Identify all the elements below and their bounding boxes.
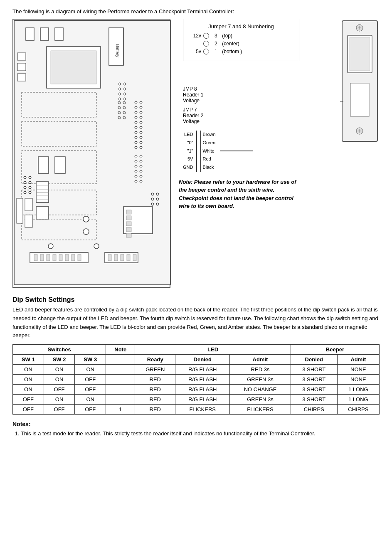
wire-colors: Brown Green White Red Black [200, 131, 215, 172]
pin-circle-1 [203, 49, 209, 54]
svg-rect-80 [126, 227, 131, 232]
table-row: ONOFFOFFREDR/G FLASHNO CHANGE3 SHORT1 LO… [13, 385, 380, 395]
jumper-title: Jumper 7 and 8 Numbering [190, 23, 293, 30]
table-cell: OFF [44, 385, 75, 395]
board-svg: Battery [13, 20, 171, 286]
svg-rect-62 [34, 254, 37, 261]
svg-rect-7 [51, 51, 96, 84]
table-cell: 1 LONG [337, 385, 379, 395]
table-cell: ON [44, 395, 75, 405]
note-box: Note: Please refer to your hardware for … [179, 178, 303, 210]
table-cell: OFF [75, 405, 106, 415]
left-board: Battery [12, 19, 170, 288]
svg-point-83 [83, 229, 89, 235]
table-cell: R/G FLASH [175, 375, 230, 385]
svg-rect-5 [55, 28, 63, 40]
wire-section: LED "0" "1" 5V GND Brown Green White Red… [183, 131, 334, 172]
jumper-box: Jumper 7 and 8 Numbering 12v 3 (top) 2 (… [183, 19, 299, 61]
svg-rect-8 [17, 53, 26, 60]
svg-rect-81 [126, 233, 131, 237]
dip-section: Dip Switch Settings LED and beeper featu… [12, 296, 380, 415]
table-cell: 1 LONG [337, 395, 379, 405]
table-cell: 1 [106, 405, 135, 415]
sw1-header: SW 1 [13, 355, 44, 365]
jmp8-sub2: Voltage [183, 98, 334, 104]
svg-rect-74 [127, 254, 130, 261]
svg-rect-77 [126, 210, 131, 214]
switch-table-body: ONONONGREENR/G FLASHRED 3s3 SHORTNONEONO… [13, 365, 380, 415]
table-cell: OFF [44, 405, 75, 415]
svg-rect-69 [78, 254, 81, 261]
switches-header: Switches [13, 345, 106, 355]
table-cell: NONE [337, 375, 379, 385]
svg-rect-68 [71, 254, 75, 261]
denied-beeper-header: Denied [291, 355, 337, 365]
sw2-header: SW 2 [44, 355, 75, 365]
jmp-labels: JMP 8 Reader 1 Voltage JMP 7 Reader 2 Vo… [183, 86, 334, 124]
table-cell: ON [75, 395, 106, 405]
wire-divider [196, 131, 197, 172]
table-cell: ON [13, 375, 44, 385]
svg-rect-66 [59, 254, 62, 261]
svg-rect-63 [40, 254, 44, 261]
table-cell: NO CHANGE [230, 385, 291, 395]
svg-rect-98 [36, 207, 49, 219]
pin-circle-2 [203, 41, 209, 47]
svg-rect-10 [17, 74, 26, 81]
table-cell [106, 375, 135, 385]
table-cell: RED [135, 395, 175, 405]
table-cell: ON [13, 385, 44, 395]
svg-point-90 [48, 244, 53, 249]
svg-rect-120 [350, 37, 370, 71]
led-header: LED [135, 345, 291, 355]
svg-rect-60 [55, 157, 65, 173]
jmp7-sub1: Reader 2 [183, 113, 334, 118]
sw3-header: SW 3 [75, 355, 106, 365]
jmp8-sub1: Reader 1 [183, 92, 334, 98]
beeper-header: Beeper [291, 345, 379, 355]
table-cell: CHIRPS [291, 405, 337, 415]
jmp8-label: JMP 8 [183, 86, 334, 92]
svg-rect-65 [53, 254, 56, 261]
table-row: OFFOFFOFF1REDFLICKERSFLICKERSCHIRPSCHIRP… [13, 405, 380, 415]
svg-text:Battery: Battery [115, 44, 120, 57]
right-content: Jumper 7 and 8 Numbering 12v 3 (top) 2 (… [175, 19, 380, 288]
notes-item: This is a test mode for the reader. This… [21, 430, 380, 438]
table-cell: FLICKERS [230, 405, 291, 415]
svg-rect-92 [36, 182, 49, 202]
table-cell: OFF [13, 395, 44, 405]
table-cell: NONE [337, 365, 379, 375]
table-row: ONONONGREENR/G FLASHRED 3s3 SHORTNONE [13, 365, 380, 375]
table-cell: 3 SHORT [291, 375, 337, 385]
table-cell: CHIRPS [337, 405, 379, 415]
svg-rect-78 [126, 216, 131, 220]
switch-table: Switches Note LED Beeper SW 1 SW 2 SW 3 … [12, 344, 380, 415]
svg-rect-3 [26, 28, 34, 40]
svg-rect-73 [121, 254, 124, 261]
table-cell: ON [44, 375, 75, 385]
svg-rect-79 [126, 222, 131, 226]
table-cell: ON [13, 365, 44, 375]
wire-labels: LED "0" "1" 5V GND [183, 131, 193, 172]
svg-rect-56 [25, 198, 32, 211]
table-cell: OFF [75, 385, 106, 395]
svg-rect-4 [40, 28, 49, 40]
note-col-header [106, 355, 135, 365]
note-header: Note [106, 345, 135, 355]
svg-rect-75 [133, 254, 136, 261]
svg-rect-59 [38, 157, 49, 173]
table-cell: 3 SHORT [291, 395, 337, 405]
admit-led-header: Admit [230, 355, 291, 365]
intro-text: The following is a diagram of wiring the… [12, 8, 380, 15]
table-cell [106, 385, 135, 395]
table-row: ONONOFFREDR/G FLASHGREEN 3s3 SHORTNONE [13, 375, 380, 385]
table-cell: R/G FLASH [175, 385, 230, 395]
table-cell: RED [135, 385, 175, 395]
svg-point-91 [94, 244, 99, 249]
jmp7-sub2: Voltage [183, 118, 334, 124]
pin-circle-3 [203, 33, 209, 39]
right-device-svg [340, 19, 380, 143]
wire-line [220, 151, 253, 151]
denied-led-header: Denied [175, 355, 230, 365]
voltage-5v: 5v [190, 49, 201, 54]
